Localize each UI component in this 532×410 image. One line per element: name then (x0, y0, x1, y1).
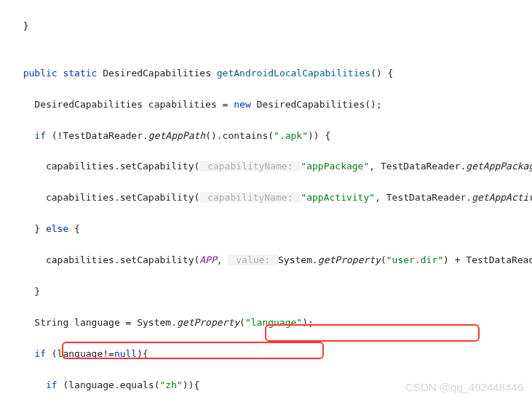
code-editor[interactable]: } public static DesiredCapabilities getA… (0, 0, 532, 410)
code-line: capabilities.setCapability(APP, value: S… (12, 252, 532, 268)
code-line: if (language!=null){ (12, 346, 532, 361)
code-line: DesiredCapabilities capabilities = new D… (12, 97, 532, 112)
code-line: } (12, 284, 532, 299)
code-line: } (12, 18, 532, 33)
code-line: if (language.equals("zh")){ (12, 377, 532, 393)
param-hint: capabilityName: (199, 161, 301, 172)
param-hint: value: (228, 254, 278, 265)
code-line: capabilities.setCapability( capabilityNa… (12, 190, 532, 205)
code-line: } else { (12, 221, 532, 236)
code-line: capabilities.setCapability( capabilityNa… (12, 158, 532, 174)
param-hint: capabilityName: (199, 192, 301, 203)
code-line: public static DesiredCapabilities getAnd… (12, 65, 532, 81)
code-line: if (!TestDataReader.getAppPath().contain… (12, 128, 532, 143)
code-line: String language = System.getProperty("la… (12, 315, 532, 330)
